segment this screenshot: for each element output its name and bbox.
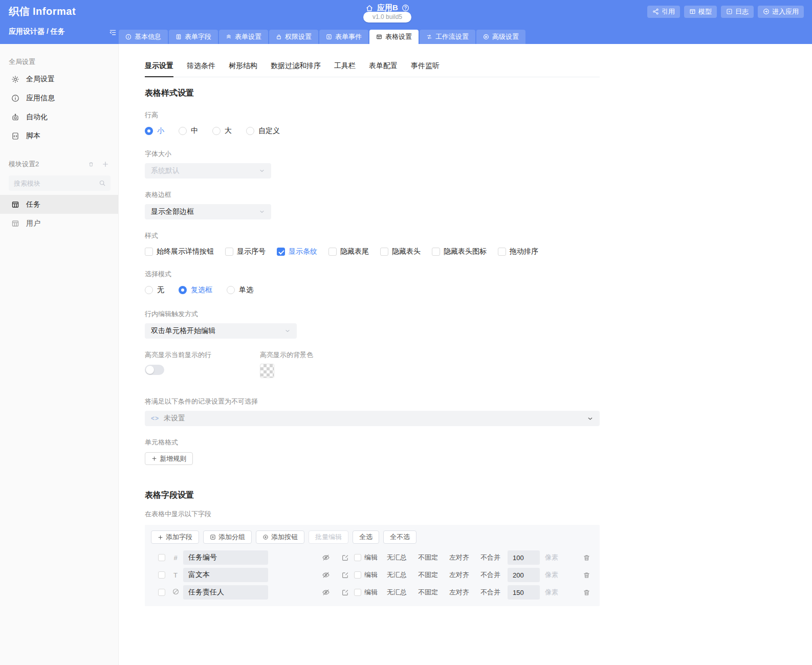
fixed-select[interactable]: 不固定 — [418, 570, 438, 580]
row-checkbox[interactable] — [158, 554, 165, 561]
add-button-button[interactable]: 添加按钮 — [256, 530, 304, 544]
row-checkbox[interactable] — [158, 571, 165, 579]
summary-select[interactable]: 无汇总 — [387, 553, 407, 562]
field-name-input[interactable] — [183, 585, 268, 600]
tab-form-settings[interactable]: 表单设置 — [219, 30, 268, 44]
merge-select[interactable]: 不合并 — [480, 588, 500, 597]
align-select[interactable]: 左对齐 — [449, 570, 469, 580]
tab-form-fields[interactable]: 表单字段 — [169, 30, 218, 44]
subtab-toolbar[interactable]: 工具栏 — [334, 61, 356, 77]
tab-table-settings[interactable]: 表格设置 — [369, 30, 419, 44]
width-input[interactable] — [508, 550, 540, 565]
summary-select[interactable]: 无汇总 — [387, 588, 407, 597]
merge-select[interactable]: 不合并 — [480, 553, 500, 562]
align-select[interactable]: 左对齐 — [449, 588, 469, 597]
checkbox-hide-header[interactable]: 隐藏表头 — [380, 247, 421, 256]
border-label: 表格边框 — [145, 190, 812, 199]
sidebar-item-script[interactable]: 脚本 — [0, 126, 118, 145]
checkbox-drag-sort[interactable]: 拖动排序 — [498, 247, 538, 256]
checkbox-always-show-detail[interactable]: 始终展示详情按钮 — [145, 247, 214, 256]
subtab-display[interactable]: 显示设置 — [145, 61, 173, 77]
trash-icon[interactable] — [583, 589, 590, 596]
sidebar-item-tasks[interactable]: 任务 — [0, 195, 118, 214]
subtab-data-filter-sort[interactable]: 数据过滤和排序 — [271, 61, 321, 77]
rename-icon[interactable] — [341, 554, 349, 562]
add-field-button[interactable]: 添加字段 — [151, 530, 199, 544]
radio-row-height-small[interactable]: 小 — [145, 126, 164, 136]
sidebar-item-users[interactable]: 用户 — [0, 214, 118, 233]
radio-mode-single[interactable]: 单选 — [227, 285, 253, 295]
align-select[interactable]: 左对齐 — [449, 553, 469, 562]
tab-advanced-settings[interactable]: 高级设置 — [476, 30, 525, 44]
home-icon[interactable] — [365, 4, 374, 12]
add-rule-button[interactable]: 新增规则 — [145, 452, 193, 465]
eye-off-icon[interactable] — [322, 571, 330, 579]
tab-basic-info[interactable]: 基本信息 — [119, 30, 168, 44]
subtab-event-listen[interactable]: 事件监听 — [411, 61, 440, 77]
info-icon — [125, 34, 131, 40]
rename-icon[interactable] — [341, 589, 349, 596]
row-checkbox[interactable] — [158, 589, 165, 596]
highlight-color-swatch[interactable] — [260, 364, 274, 378]
sidebar: 全局设置 全局设置 应用信息 自动化 脚本 模块设置2 任务 用户 — [0, 44, 119, 665]
disable-select-dropdown[interactable]: <> 未设置 — [145, 411, 600, 426]
font-size-select[interactable]: 系统默认 — [145, 163, 271, 179]
tab-permission-settings[interactable]: 权限设置 — [269, 30, 318, 44]
trash-icon[interactable] — [583, 554, 590, 562]
deselect-all-button[interactable]: 全不选 — [383, 530, 416, 544]
edit-checkbox[interactable] — [354, 589, 361, 596]
fixed-select[interactable]: 不固定 — [418, 588, 438, 597]
sidebar-item-global-settings[interactable]: 全局设置 — [0, 70, 118, 88]
select-all-button[interactable]: 全选 — [353, 530, 379, 544]
enter-app-button[interactable]: 进入应用 — [758, 6, 804, 18]
help-icon[interactable] — [402, 4, 409, 12]
radio-mode-checkbox[interactable]: 复选框 — [179, 285, 212, 295]
checkbox-show-index[interactable]: 显示序号 — [225, 247, 266, 256]
edit-checkbox[interactable] — [354, 571, 361, 579]
checkbox-hide-header-icons[interactable]: 隐藏表头图标 — [432, 247, 487, 256]
trash-icon[interactable] — [583, 571, 590, 579]
eye-off-icon[interactable] — [322, 588, 330, 596]
highlight-row-toggle[interactable] — [145, 365, 164, 375]
radio-row-height-custom[interactable]: 自定义 — [246, 126, 280, 136]
border-select[interactable]: 显示全部边框 — [145, 204, 271, 219]
radio-mode-none[interactable]: 无 — [145, 285, 164, 295]
add-module-icon[interactable] — [102, 161, 109, 168]
edit-checkbox[interactable] — [354, 554, 361, 561]
subtab-bar: 显示设置 筛选条件 树形结构 数据过滤和排序 工具栏 表单配置 事件监听 — [145, 61, 600, 77]
width-input[interactable] — [508, 568, 540, 582]
search-input[interactable] — [9, 175, 111, 191]
recycle-bin-icon[interactable] — [88, 161, 94, 167]
sidebar-collapse-icon[interactable] — [109, 29, 117, 36]
radio-row-height-medium[interactable]: 中 — [179, 126, 198, 136]
checkbox-show-stripes[interactable]: 显示条纹 — [277, 247, 317, 256]
model-button[interactable]: 模型 — [684, 6, 717, 18]
subtab-tree[interactable]: 树形结构 — [229, 61, 257, 77]
chevron-down-icon — [284, 328, 291, 334]
tab-form-events[interactable]: 表单事件 — [319, 30, 368, 44]
field-name-input[interactable] — [183, 550, 268, 565]
add-group-button[interactable]: 添加分组 — [203, 530, 252, 544]
rename-icon[interactable] — [341, 571, 349, 579]
checkbox-hide-footer[interactable]: 隐藏表尾 — [328, 247, 369, 256]
unit-label: 像素 — [545, 553, 558, 562]
sidebar-item-app-info[interactable]: 应用信息 — [0, 88, 118, 107]
summary-select[interactable]: 无汇总 — [387, 570, 407, 580]
edit-label: 编辑 — [364, 553, 378, 562]
eye-off-icon[interactable] — [322, 553, 330, 562]
subtab-filter[interactable]: 筛选条件 — [187, 61, 215, 77]
radio-row-height-large[interactable]: 大 — [212, 126, 232, 136]
fixed-select[interactable]: 不固定 — [418, 553, 438, 562]
lock-icon — [276, 34, 282, 40]
field-name-input[interactable] — [183, 568, 268, 582]
width-input[interactable] — [508, 585, 540, 600]
subtab-form-config[interactable]: 表单配置 — [369, 61, 398, 77]
field-row: 编辑 无汇总 不固定 左对齐 不合并 像素 — [151, 584, 594, 601]
inline-edit-select[interactable]: 双击单元格开始编辑 — [145, 323, 297, 339]
table-icon — [376, 34, 382, 40]
reference-button[interactable]: 引用 — [647, 6, 680, 18]
merge-select[interactable]: 不合并 — [480, 570, 500, 580]
sidebar-item-automation[interactable]: 自动化 — [0, 107, 118, 126]
log-button[interactable]: 日志 — [721, 6, 754, 18]
tab-workflow-settings[interactable]: 工作流设置 — [420, 30, 475, 44]
